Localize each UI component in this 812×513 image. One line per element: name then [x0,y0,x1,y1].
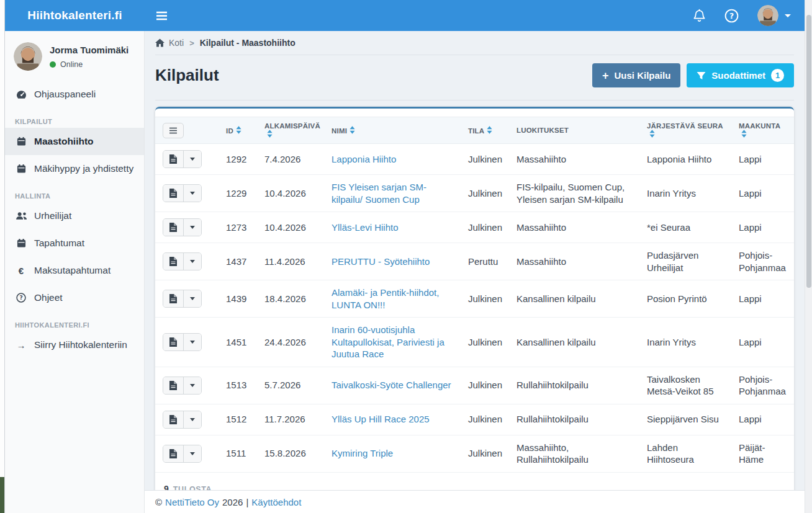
page-scrollbar[interactable] [805,0,812,513]
filters-button[interactable]: Suodattimet 1 [687,63,794,87]
competition-link[interactable]: FIS Yleisen sarjan SM-kilpailu/ Suomen C… [332,182,426,205]
competition-link[interactable]: Taivalkoski-Syöte Challenger [332,380,451,390]
column-settings-button[interactable] [163,123,184,138]
sidebar-item-maksutapahtumat[interactable]: € Maksutapahtumat [5,257,144,284]
euro-icon: € [15,266,27,275]
row-report-button[interactable] [163,377,183,394]
help-button[interactable]: ? [724,9,739,23]
row-actions-dropdown[interactable] [183,151,201,167]
sidebar-item-makihyppy[interactable]: Mäkihyppy ja yhdistetty [5,155,144,182]
company-link[interactable]: NettiTieto Oy [165,497,219,507]
breadcrumb-separator-icon: > [189,38,194,48]
row-report-button[interactable] [163,290,183,307]
calendar-icon [15,164,27,174]
column-header-id[interactable]: ID [219,117,257,144]
cell-region: Lappi [731,404,794,435]
row-report-button[interactable] [163,219,183,236]
sidebar-item-label: Tapahtumat [34,238,84,249]
notifications-button[interactable] [693,9,706,23]
user-name[interactable]: Jorma Tuomimäki [50,45,129,55]
bell-icon [693,9,706,23]
cell-date: 10.4.2026 [257,212,324,243]
caret-down-icon [190,226,195,229]
column-header-club[interactable]: JÄRJESTÄVÄ SEURA [639,117,731,144]
new-competition-label: Uusi Kilpailu [614,70,670,81]
column-header-region[interactable]: MAAKUNTA [731,117,794,144]
dashboard-icon [15,90,27,99]
breadcrumb: Koti > Kilpailut - Maastohiihto [155,31,794,55]
cell-classifications: Rullahiihtokilpailu [509,404,639,435]
cell-classifications: Massahiihto [509,212,639,243]
copyright-symbol: © [155,497,162,507]
row-actions-dropdown[interactable] [183,445,201,462]
cell-id: 1229 [219,175,257,212]
file-icon [169,449,177,458]
breadcrumb-home-label: Koti [169,38,184,48]
filters-label: Suodattimet [711,70,765,81]
row-report-button[interactable] [163,185,183,202]
sidebar-user-panel: Jorma Tuomimäki Online [5,37,144,81]
column-header-name[interactable]: NIMI [324,117,461,144]
competitions-table: ID ALKAMISPÄIVÄ NIMI TILA LUOKITUKSET JÄ… [155,117,794,473]
sidebar-item-tapahtumat[interactable]: Tapahtumat [5,230,144,257]
cell-region: Lappi [731,280,794,318]
competition-link[interactable]: Lapponia Hiihto [332,154,396,164]
sidebar-avatar[interactable] [14,42,42,71]
competitions-card: ID ALKAMISPÄIVÄ NIMI TILA LUOKITUKSET JÄ… [155,107,794,507]
column-header-date[interactable]: ALKAMISPÄIVÄ [257,117,324,144]
question-circle-icon: ? [15,293,27,303]
cell-date: 10.4.2026 [257,175,324,212]
navbar-right: ? [693,5,805,26]
row-actions-dropdown[interactable] [183,253,201,270]
cell-id: 1512 [219,404,257,435]
sidebar-item-ohjauspaneeli[interactable]: Ohjauspaneeli [5,81,144,108]
competition-link[interactable]: Ylläs Up Hill Race 2025 [332,414,430,424]
row-actions-dropdown[interactable] [183,334,201,350]
row-report-button[interactable] [163,151,183,167]
caret-down-icon [190,297,195,300]
new-competition-button[interactable]: + Uusi Kilpailu [592,63,680,87]
page-header: Kilpailut + Uusi Kilpailu Suodattimet 1 [155,55,794,100]
row-report-button[interactable] [163,334,183,350]
sort-icon [267,130,273,138]
sidebar-toggle-button[interactable] [156,11,168,20]
competition-link[interactable]: Ylläs-Levi Hiihto [332,222,399,233]
competition-link[interactable]: Inarin 60-vuotisjuhla Kultapullokisat, P… [332,324,444,359]
row-actions-dropdown[interactable] [183,185,201,202]
calendar-icon [15,238,27,248]
row-report-button[interactable] [163,411,183,428]
cell-region: Lappi [731,175,794,212]
sidebar-item-siirry-hiihtokalenteriin[interactable]: → Siirry Hiihtokalenteriin [5,331,144,359]
sort-icon [236,126,241,134]
scrollbar-thumb[interactable] [806,15,811,288]
sidebar-item-maastohiihto[interactable]: Maastohiihto [5,128,144,155]
cell-club: Taivalkosken Metsä-Veikot 85 [639,367,731,404]
column-header-status[interactable]: TILA [461,117,509,144]
cell-date: 11.7.2026 [257,404,324,435]
brand-logo[interactable]: Hiihtokalenteri.fi [27,9,122,22]
cell-club: Lapponia Hiihto [639,144,731,175]
brand-area[interactable]: Hiihtokalenteri.fi [5,9,145,22]
caret-down-icon [190,452,195,455]
navbar-avatar[interactable] [757,5,778,26]
competition-link[interactable]: Kymiring Triple [332,448,393,458]
sidebar-item-ohjeet[interactable]: ? Ohjeet [5,284,144,311]
sidebar-section-hiihtokalenteri: HIIHTOKALENTERI.FI [5,311,144,331]
row-actions-dropdown[interactable] [183,219,201,236]
competition-link[interactable]: PERUTTU - Syötehiihto [332,256,430,267]
svg-text:?: ? [19,295,22,301]
row-report-button[interactable] [163,445,183,462]
cell-club: Lahden Hiihtoseura [639,435,731,472]
competition-link[interactable]: Alamäki- ja Pentik-hiihdot, LUNTA ON!!! [332,287,439,310]
sidebar-item-urheilijat[interactable]: Urheilijat [5,202,144,230]
sidebar-item-label: Mäkihyppy ja yhdistetty [34,163,133,174]
terms-link[interactable]: Käyttöehdot [251,497,301,507]
cell-classifications: Kansallinen kilpailu [509,318,639,367]
user-menu[interactable] [757,5,791,26]
row-report-button[interactable] [163,253,183,270]
row-actions-dropdown[interactable] [183,411,201,428]
breadcrumb-home-link[interactable]: Koti [155,38,184,48]
cell-id: 1292 [219,144,257,175]
row-actions-dropdown[interactable] [183,290,201,307]
row-actions-dropdown[interactable] [183,377,201,394]
